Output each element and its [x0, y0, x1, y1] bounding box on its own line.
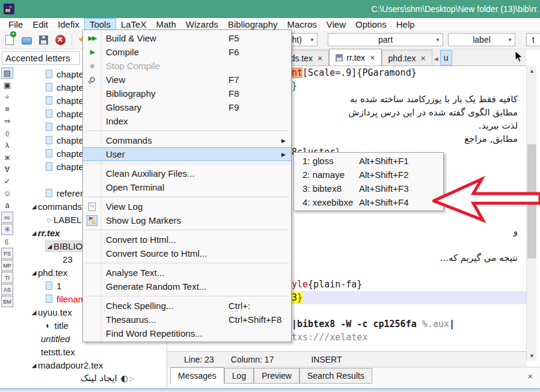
- menubar-item-math[interactable]: Math: [151, 18, 180, 31]
- menu-item-find-word-repetitions[interactable]: Find Word Repetitions...: [83, 326, 291, 340]
- menu-item-convert-to-html[interactable]: Convert to Html...: [83, 233, 291, 247]
- logic-symbols-icon[interactable]: ∀: [1, 164, 13, 175]
- title-bar[interactable]: C:\Users\shm\Desktop\New folder (13)\bib…: [0, 0, 540, 18]
- panel-tab-search-results[interactable]: Search Results: [299, 368, 372, 384]
- tab-scroll-left-icon[interactable]: ◀: [432, 52, 440, 66]
- menu-separator: [83, 227, 291, 233]
- tree-item[interactable]: ▷◐ايجاد لينک: [14, 372, 167, 385]
- user-command-gloss[interactable]: 1: glossAlt+Shift+F1: [294, 154, 443, 168]
- menubar-item-wizards[interactable]: Wizards: [181, 18, 223, 31]
- metapost-panel-icon[interactable]: MP: [1, 260, 13, 271]
- panel-tab-preview[interactable]: Preview: [254, 368, 299, 384]
- symbol-filter-combo[interactable]: Accented letters: [2, 51, 80, 65]
- tab-close-icon[interactable]: ×: [420, 54, 425, 63]
- arrows-icon[interactable]: ⇒: [1, 115, 13, 127]
- tree-item-label: rr.tex: [38, 228, 60, 238]
- menu-item-index[interactable]: Index: [83, 114, 291, 128]
- menubar-item-tools[interactable]: Tools: [84, 18, 116, 31]
- math-operators-icon[interactable]: ÷: [1, 91, 13, 103]
- user-command-bibtex8[interactable]: 3: bibtex8Alt+Shift+F3: [294, 182, 443, 195]
- combo-value: t: [532, 35, 535, 44]
- expander-open-icon[interactable]: ◢: [30, 269, 38, 276]
- brackets-panel-icon[interactable]: ([.: [1, 236, 13, 247]
- save-button[interactable]: [36, 32, 51, 47]
- user-command-shortcut: Alt+Shift+F1: [359, 156, 443, 166]
- expander-open-icon[interactable]: ◢: [30, 203, 38, 210]
- menubar-item-options[interactable]: Options: [351, 18, 391, 31]
- editor-tab-partial[interactable]: u: [440, 50, 452, 66]
- close-panel-icon[interactable]: ×: [527, 371, 533, 381]
- scroll-down-icon[interactable]: ▼: [527, 351, 537, 361]
- menubar-item-edit[interactable]: Edit: [28, 18, 53, 31]
- menu-item-commands[interactable]: Commands▶: [83, 133, 291, 147]
- partial-combo[interactable]: t: [526, 33, 540, 46]
- new-document-button[interactable]: [2, 32, 17, 47]
- expander-closed-icon[interactable]: ▷: [46, 216, 54, 223]
- menubar-item-help[interactable]: Help: [391, 18, 420, 31]
- menubar-item-latex[interactable]: LaTeX: [116, 18, 152, 31]
- menu-item-convert-source-to-html[interactable]: Convert Source to Html...: [83, 247, 291, 260]
- scroll-up-icon[interactable]: ▲: [527, 66, 537, 76]
- expander-open-icon[interactable]: ◢: [30, 309, 38, 316]
- menu-item-build-view[interactable]: ▶▶Build & ViewF5: [83, 31, 291, 45]
- build-view-icon: ▶▶: [88, 34, 96, 42]
- section-combo[interactable]: part ▼: [328, 33, 443, 46]
- menu-item-show-log-markers[interactable]: Show Log Markers: [83, 213, 291, 227]
- delimiters-icon[interactable]: {}: [1, 127, 13, 139]
- menu-item-clean-auxiliary-files[interactable]: Clean Auxiliary Files...: [83, 167, 291, 180]
- accented-letters-icon[interactable]: á: [1, 200, 13, 211]
- expander-open-icon[interactable]: ◢: [46, 243, 54, 250]
- asymptote-panel-icon[interactable]: AS: [1, 284, 13, 295]
- user-command-namaye[interactable]: 2: namayeAlt+Shift+F2: [294, 168, 443, 182]
- menubar-item-bibliography[interactable]: Bibliography: [223, 18, 283, 31]
- menu-item-view-log[interactable]: logView Log: [83, 200, 291, 213]
- tikz-panel-icon[interactable]: TI: [1, 272, 13, 283]
- menu-item-icon-cell: [83, 215, 101, 226]
- tree-item[interactable]: tetstt.tex: [14, 345, 167, 358]
- menu-item-view[interactable]: ViewF7: [83, 73, 291, 87]
- cyrillic-letters-icon[interactable]: ж: [1, 152, 13, 163]
- user-command-xexebibxe[interactable]: 4: xexebibxeAlt+Shift+F4: [294, 195, 443, 209]
- menu-item-generate-random-text[interactable]: Generate Random Text...: [83, 280, 291, 293]
- tab-close-icon[interactable]: ×: [318, 54, 322, 63]
- stop-button[interactable]: ✕: [53, 32, 67, 47]
- editor-tab-rr-tex[interactable]: rr.tex×: [329, 49, 381, 66]
- menubar-item-view[interactable]: View: [322, 18, 351, 31]
- expander-closed-icon[interactable]: ▷: [128, 375, 136, 382]
- menu-item-analyse-text[interactable]: Analyse Text...: [83, 266, 291, 280]
- menubar-item-macros[interactable]: Macros: [283, 18, 322, 31]
- pstricks-panel-icon[interactable]: PS: [1, 248, 13, 259]
- beamer-panel-icon[interactable]: BM: [1, 296, 13, 307]
- special-symbols-icon[interactable]: ☺: [1, 188, 13, 199]
- label-combo[interactable]: label ▼: [448, 33, 515, 46]
- misc-math-icon[interactable]: ∞: [1, 212, 13, 223]
- menu-item-stop-compile[interactable]: ■Stop Compile: [83, 59, 291, 73]
- menubar-item-idefix[interactable]: Idefix: [53, 18, 84, 31]
- menubar-item-file[interactable]: File: [4, 18, 28, 31]
- menu-item-open-terminal[interactable]: Open Terminal: [83, 180, 291, 194]
- menu-item-compile[interactable]: ▶CompileF6: [83, 45, 291, 59]
- asterisk-panel-icon[interactable]: ✳: [1, 224, 13, 235]
- structure-panel-icon[interactable]: ▤: [1, 67, 13, 79]
- misc-symbols-icon[interactable]: ✓: [1, 176, 13, 187]
- editor-tab-phd-tex[interactable]: phd.tex×: [382, 50, 432, 66]
- tree-item-label: madadpour2.tex: [38, 360, 103, 370]
- tab-close-icon[interactable]: ×: [370, 53, 375, 63]
- combo-value: label: [473, 35, 491, 44]
- bookmark-panel-icon[interactable]: ▣: [1, 79, 13, 91]
- menu-item-bibliography[interactable]: BibliographyF8: [83, 87, 291, 100]
- tree-item[interactable]: ◢madadpour2.tex: [14, 358, 167, 372]
- menu-item-user[interactable]: User▶: [83, 147, 291, 161]
- relations-icon[interactable]: ≡: [1, 103, 13, 115]
- menu-item-thesaurus[interactable]: Thesaurus...Ctrl+Shift+F8: [83, 313, 291, 326]
- code-segment: txs:///xelatex: [292, 332, 367, 343]
- panel-tab-messages[interactable]: Messages: [170, 367, 224, 384]
- open-button[interactable]: [19, 32, 34, 47]
- greek-letters-icon[interactable]: λ: [1, 139, 13, 151]
- panel-tab-log[interactable]: Log: [224, 368, 254, 384]
- menu-item-label: Generate Random Text...: [101, 281, 229, 292]
- menu-item-glossary[interactable]: GlossaryF9: [83, 100, 291, 114]
- expander-open-icon[interactable]: ◢: [30, 230, 38, 236]
- menu-item-check-spelling[interactable]: Check Spelling...Ctrl+:: [83, 299, 291, 313]
- expander-open-icon[interactable]: ◢: [30, 362, 38, 369]
